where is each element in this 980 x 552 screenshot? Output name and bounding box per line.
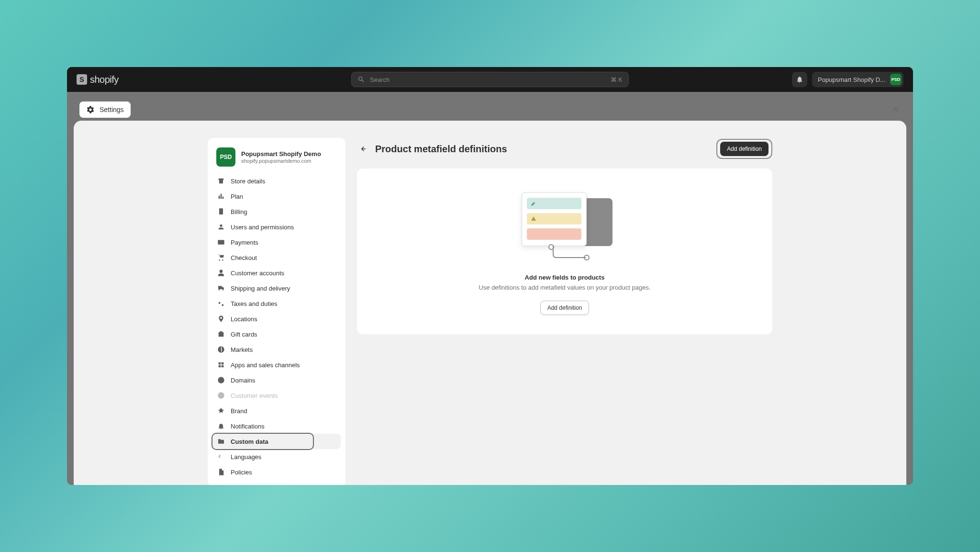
sidebar-item-label: Markets	[231, 346, 253, 353]
sidebar-item-languages[interactable]: Languages	[212, 449, 341, 464]
close-icon	[891, 105, 900, 113]
sidebar-item-label: Gift cards	[231, 331, 257, 338]
language-icon	[217, 453, 225, 461]
shopify-bag-icon	[77, 74, 87, 85]
sidebar-item-label: Taxes and duties	[231, 300, 278, 307]
sidebar-item-label: Checkout	[231, 254, 257, 261]
store-domain: shopify.popupsmartdemo.com	[241, 158, 321, 164]
sidebar-item-custom-data[interactable]: Custom data	[212, 434, 341, 449]
sidebar-item-gift-cards[interactable]: Gift cards	[212, 327, 341, 342]
sidebar-item-policies[interactable]: Policies	[212, 464, 341, 480]
search-placeholder: Search	[370, 76, 606, 83]
pin-icon	[217, 315, 225, 323]
users-icon	[217, 223, 225, 231]
sidebar-item-label: Apps and sales channels	[231, 361, 300, 369]
sidebar-item-brand[interactable]: Brand	[212, 403, 341, 418]
breadcrumb-label: Settings	[100, 106, 124, 113]
profile-avatar: PSD	[890, 74, 902, 85]
settings-panel: PSD Popupsmart Shopify Demo shopify.popu…	[74, 121, 906, 485]
add-definition-button[interactable]: Add definition	[720, 142, 768, 156]
store-name: Popupsmart Shopify Demo	[241, 150, 321, 158]
empty-state-card: Add new fields to products Use definitio…	[357, 169, 772, 334]
brand-name: shopify	[90, 74, 119, 85]
page-title: Product metafield definitions	[375, 144, 710, 155]
sidebar-item-domains[interactable]: Domains	[212, 372, 341, 388]
store-avatar: PSD	[216, 147, 235, 167]
sidebar-item-payments[interactable]: Payments	[212, 235, 341, 250]
profile-label: Popupsmart Shopify D...	[818, 76, 885, 83]
sidebar-item-users[interactable]: Users and permissions	[212, 219, 341, 235]
doc-icon	[217, 468, 225, 476]
sidebar-item-store-details[interactable]: Store details	[212, 173, 341, 189]
gift-icon	[217, 330, 225, 338]
notifications-button[interactable]	[792, 72, 807, 87]
add-definition-secondary-button[interactable]: Add definition	[540, 301, 590, 315]
card-icon	[217, 238, 225, 246]
sidebar-item-checkout[interactable]: Checkout	[212, 250, 341, 265]
sidebar-item-plan[interactable]: Plan	[212, 189, 341, 204]
settings-sidebar: PSD Popupsmart Shopify Demo shopify.popu…	[208, 138, 345, 485]
search-icon	[357, 76, 365, 83]
panel-header: Product metafield definitions Add defini…	[357, 138, 772, 169]
sidebar-item-label: Languages	[231, 453, 261, 461]
search-shortcut: ⌘ K	[611, 76, 623, 83]
sidebar-item-label: Policies	[231, 469, 252, 476]
sidebar-item-customer-events[interactable]: Customer events	[212, 388, 341, 403]
globe-icon	[217, 346, 225, 353]
content-wrap: PSD Popupsmart Shopify Demo shopify.popu…	[208, 121, 772, 485]
search-input[interactable]: Search ⌘ K	[351, 72, 629, 87]
brand-logo[interactable]: shopify	[77, 74, 119, 85]
paint-icon	[217, 407, 225, 415]
close-button[interactable]	[890, 103, 902, 115]
percent-icon	[217, 300, 225, 307]
sidebar-item-label: Plan	[231, 193, 243, 200]
bell-icon	[217, 422, 225, 430]
empty-state-description: Use definitions to add metafield values …	[479, 284, 650, 291]
person-icon	[217, 269, 225, 277]
arrow-left-icon	[358, 145, 367, 153]
main-content: Product metafield definitions Add defini…	[357, 138, 772, 485]
chart-icon	[217, 192, 225, 200]
sidebar-item-label: Store details	[231, 178, 265, 185]
sidebar-item-label: Notifications	[231, 423, 265, 430]
sidebar-item-taxes[interactable]: Taxes and duties	[212, 296, 341, 311]
sidebar-item-label: Brand	[231, 407, 247, 415]
sidebar-item-shipping[interactable]: Shipping and delivery	[212, 281, 341, 296]
sidebar-item-label: Customer accounts	[231, 270, 284, 277]
sidebar-item-label: Custom data	[231, 438, 268, 445]
back-button[interactable]	[357, 143, 368, 155]
sidebar-item-notifications[interactable]: Notifications	[212, 418, 341, 434]
store-info: Popupsmart Shopify Demo shopify.popupsma…	[241, 150, 321, 164]
bell-icon	[796, 76, 803, 83]
sidebar-item-apps[interactable]: Apps and sales channels	[212, 357, 341, 372]
top-bar: shopify Search ⌘ K Popupsmart Shopify D.…	[67, 67, 913, 92]
app-window: shopify Search ⌘ K Popupsmart Shopify D.…	[67, 67, 913, 485]
settings-breadcrumb[interactable]: Settings	[79, 101, 131, 118]
sidebar-item-label: Customer events	[231, 392, 278, 399]
sidebar-item-label: Locations	[231, 315, 257, 323]
add-definition-highlight: Add definition	[716, 139, 772, 159]
truck-icon	[217, 284, 225, 292]
store-icon	[217, 177, 225, 185]
sidebar-item-customer-accounts[interactable]: Customer accounts	[212, 265, 341, 281]
cart-icon	[217, 254, 225, 261]
empty-state-title: Add new fields to products	[525, 274, 605, 281]
folder-icon	[217, 438, 225, 445]
sidebar-item-billing[interactable]: Billing	[212, 204, 341, 219]
sidebar-item-locations[interactable]: Locations	[212, 311, 341, 327]
empty-state-illustration	[522, 192, 608, 264]
sidebar-item-label: Billing	[231, 208, 247, 215]
sidebar-item-markets[interactable]: Markets	[212, 342, 341, 357]
gear-icon	[86, 105, 95, 114]
topbar-right: Popupsmart Shopify D... PSD	[792, 72, 903, 87]
store-header[interactable]: PSD Popupsmart Shopify Demo shopify.popu…	[212, 145, 341, 173]
sidebar-item-label: Users and permissions	[231, 224, 294, 231]
sidebar-item-label: Domains	[231, 377, 255, 384]
profile-menu[interactable]: Popupsmart Shopify D... PSD	[812, 72, 903, 87]
globe-icon	[217, 376, 225, 384]
apps-icon	[217, 361, 225, 369]
target-icon	[217, 392, 225, 399]
sidebar-item-label: Payments	[231, 239, 258, 246]
receipt-icon	[217, 208, 225, 215]
sidebar-item-label: Shipping and delivery	[231, 285, 290, 292]
